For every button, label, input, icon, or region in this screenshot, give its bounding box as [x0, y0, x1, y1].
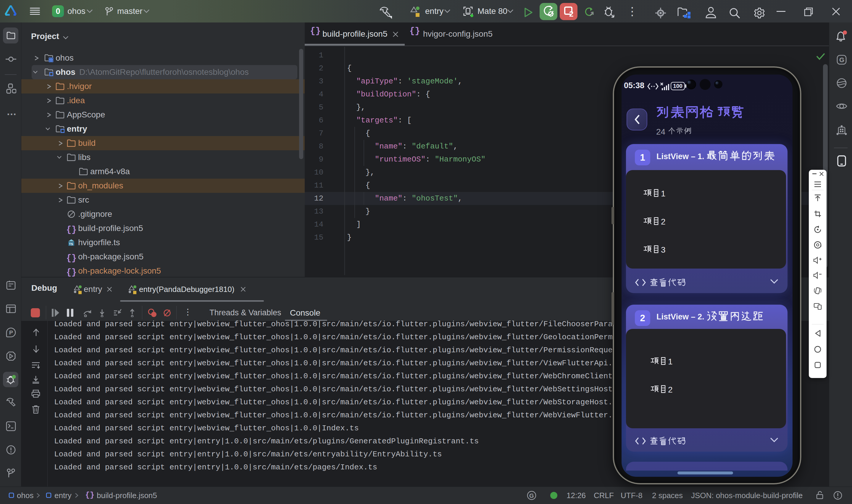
svg-text:TS: TS [69, 242, 73, 246]
svg-text:G: G [839, 56, 844, 64]
svg-text:G: G [529, 492, 534, 499]
svg-text:P: P [9, 329, 13, 336]
